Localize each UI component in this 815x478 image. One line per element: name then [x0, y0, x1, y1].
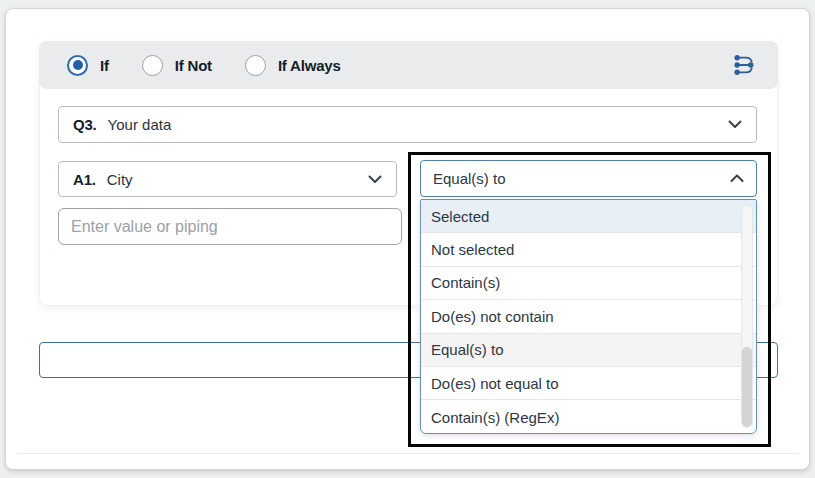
screenshot-stage: If If Not If Always [0, 0, 815, 478]
scrollbar-thumb[interactable] [742, 347, 752, 427]
operator-option-label: Contain(s) [431, 274, 500, 291]
radio-label-if-always: If Always [278, 57, 341, 74]
radio-checked-icon [67, 55, 88, 76]
operator-option[interactable]: Not selected [421, 233, 756, 266]
chevron-down-icon [728, 120, 742, 129]
question-text: Your data [108, 116, 172, 133]
chevron-down-icon [368, 175, 382, 184]
answer-code: A1. [73, 171, 96, 188]
dropdown-scrollbar[interactable] [741, 204, 753, 428]
radio-option-if[interactable]: If [67, 55, 109, 76]
operator-option-label: Not selected [431, 241, 514, 258]
operator-option-label: Equal(s) to [431, 341, 504, 358]
chevron-up-icon [730, 174, 744, 183]
question-select[interactable]: Q3. Your data [58, 106, 757, 143]
radio-option-if-not[interactable]: If Not [142, 55, 212, 76]
question-code: Q3. [73, 116, 97, 133]
operator-option[interactable]: Selected [421, 200, 756, 233]
logic-editor-card: If If Not If Always [5, 8, 810, 470]
operator-dropdown-panel: Selected Not selected Contain(s) Do(es) … [420, 199, 757, 434]
radio-label-if-not: If Not [175, 57, 212, 74]
operator-dropdown-list: Selected Not selected Contain(s) Do(es) … [421, 200, 756, 433]
operator-option-label: Do(es) not equal to [431, 375, 559, 392]
condition-mode-bar: If If Not If Always [39, 41, 778, 89]
radio-option-if-always[interactable]: If Always [245, 55, 341, 76]
answer-text: City [107, 171, 133, 188]
operator-value: Equal(s) to [433, 170, 506, 187]
operator-option[interactable]: Contain(s) [421, 267, 756, 300]
radio-unchecked-icon [142, 55, 163, 76]
operator-option[interactable]: Do(es) not equal to [421, 367, 756, 400]
operator-option[interactable]: Contain(s) (RegEx) [421, 400, 756, 433]
operator-option[interactable]: Do(es) not contain [421, 300, 756, 333]
operator-select[interactable]: Equal(s) to [420, 160, 757, 197]
radio-unchecked-icon [245, 55, 266, 76]
bottom-divider [18, 453, 799, 454]
value-input[interactable] [58, 208, 402, 245]
highlight-outline: Equal(s) to Selected Not selected Contai… [408, 152, 771, 447]
operator-option[interactable]: Equal(s) to [421, 334, 756, 367]
logic-branch-icon[interactable] [732, 54, 758, 77]
operator-option-label: Selected [431, 208, 489, 225]
operator-option-label: Contain(s) (RegEx) [431, 409, 559, 426]
radio-label-if: If [100, 57, 109, 74]
answer-select[interactable]: A1. City [58, 161, 397, 197]
operator-option-label: Do(es) not contain [431, 308, 554, 325]
